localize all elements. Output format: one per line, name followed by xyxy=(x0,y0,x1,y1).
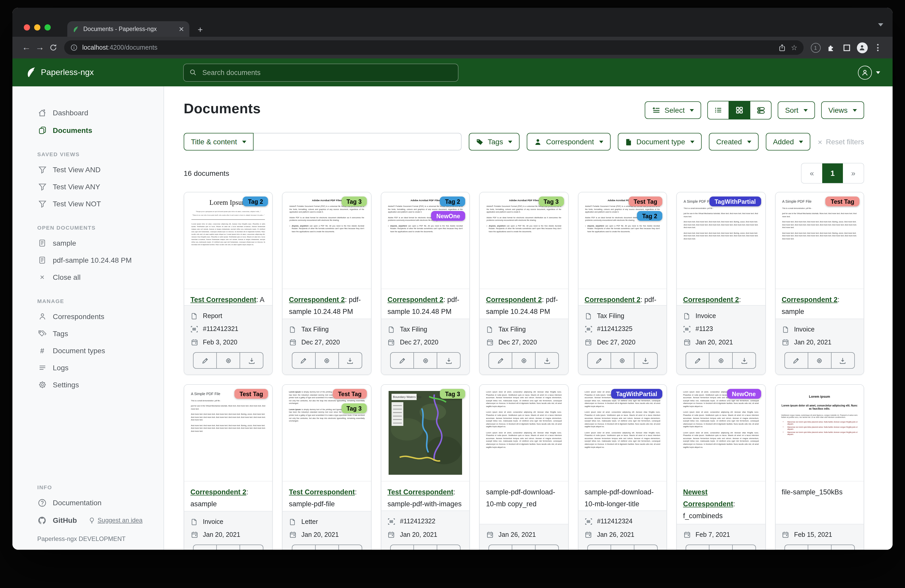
created-date-row[interactable]: Jan 20, 2021 xyxy=(387,528,464,541)
title-content-input[interactable] xyxy=(254,133,461,151)
document-thumbnail[interactable]: A Simple PDF File This is a small demons… xyxy=(775,192,864,289)
global-search[interactable] xyxy=(183,63,459,81)
document-card[interactable]: Adobe Acrobat PDF Files Adobe® Portable … xyxy=(578,192,667,375)
view-button[interactable] xyxy=(413,545,437,550)
download-button[interactable] xyxy=(831,545,854,550)
download-button[interactable] xyxy=(732,353,756,368)
view-button[interactable] xyxy=(413,353,437,368)
correspondent-link[interactable]: Correspondent 2 xyxy=(781,296,837,304)
document-type-row[interactable]: Tax Filing xyxy=(584,309,660,322)
document-thumbnail[interactable]: Adobe Acrobat PDF Files Adobe® Portable … xyxy=(480,192,568,289)
document-thumbnail[interactable]: A Simple PDF File This is a small demons… xyxy=(677,192,765,289)
extension-badge-icon[interactable]: 1 xyxy=(808,43,823,52)
document-type-row[interactable]: Tax Filing xyxy=(387,323,464,336)
next-page-button[interactable]: » xyxy=(843,163,864,183)
document-card[interactable]: Lorem ipsum dolor sit amet, consectetur … xyxy=(578,384,667,550)
title-content-dropdown[interactable]: Title & content xyxy=(184,133,254,151)
view-button[interactable] xyxy=(315,353,338,368)
download-button[interactable] xyxy=(437,545,460,550)
sidebar-item-test-view-any[interactable]: Test View ANY xyxy=(13,178,164,195)
bookmark-star-icon[interactable]: ☆ xyxy=(791,43,797,52)
edit-button[interactable] xyxy=(686,353,709,368)
created-date-row[interactable]: Dec 27, 2020 xyxy=(387,336,464,349)
tag-badge[interactable]: NewOne xyxy=(431,211,465,221)
tag-badge[interactable]: TagWithPartial xyxy=(710,197,761,206)
correspondent-link[interactable]: Correspondent 2 xyxy=(584,296,640,304)
document-thumbnail[interactable]: A Simple PDF File This is a small demons… xyxy=(184,385,272,482)
search-input[interactable] xyxy=(201,68,452,77)
suggest-an-idea-label[interactable]: Suggest an idea xyxy=(98,517,143,524)
edit-button[interactable] xyxy=(489,545,512,550)
created-date-row[interactable]: Jan 20, 2021 xyxy=(683,336,759,349)
created-date-row[interactable]: Feb 15, 2021 xyxy=(781,528,857,541)
document-card[interactable]: Adobe Acrobat PDF Files Adobe® Portable … xyxy=(282,192,372,375)
sidebar-item-documents[interactable]: Documents xyxy=(13,122,164,139)
sidebar-item-tags[interactable]: Tags xyxy=(13,325,164,342)
document-type-row[interactable]: Report xyxy=(191,309,266,322)
view-button[interactable] xyxy=(512,545,535,550)
document-card[interactable]: Adobe Acrobat PDF Files Adobe® Portable … xyxy=(381,192,470,375)
browser-menu-icon[interactable] xyxy=(870,44,885,51)
tag-badge[interactable]: Tag 2 xyxy=(637,211,662,221)
sidebar-item-test-view-not[interactable]: Test View NOT xyxy=(13,195,164,212)
suggest-an-idea-link[interactable]: Suggest an idea xyxy=(88,517,143,524)
view-button[interactable] xyxy=(709,545,732,550)
view-button[interactable] xyxy=(808,353,831,368)
prev-page-button[interactable]: « xyxy=(802,163,822,183)
grid-view-button[interactable] xyxy=(729,101,750,119)
document-thumbnail[interactable]: Lorem ipsum Lorem ipsum dolor sit amet, … xyxy=(775,385,864,482)
tags-filter-button[interactable]: Tags xyxy=(468,133,519,151)
list-view-button[interactable] xyxy=(708,101,729,119)
document-type-row[interactable]: Invoice xyxy=(683,309,759,322)
back-icon[interactable]: ← xyxy=(20,43,33,53)
correspondent-link[interactable]: Correspondent 2 xyxy=(486,296,542,304)
document-type-row[interactable]: Tax Filing xyxy=(486,323,562,336)
download-button[interactable] xyxy=(437,353,460,368)
browser-profile-avatar[interactable] xyxy=(854,42,870,53)
tag-badge[interactable]: Test Tag xyxy=(629,197,662,206)
forward-icon[interactable]: → xyxy=(33,43,46,53)
sidebar-item-test-view-and[interactable]: Test View AND xyxy=(13,161,164,178)
created-date-row[interactable]: Jan 26, 2021 xyxy=(486,528,562,541)
tag-badge[interactable]: Test Tag xyxy=(333,389,367,399)
added-filter-button[interactable]: Added xyxy=(766,133,811,151)
download-button[interactable] xyxy=(338,545,362,550)
document-card[interactable]: Boundary Waters Trip Tag 3 Test Correspo… xyxy=(381,384,470,550)
download-button[interactable] xyxy=(535,353,559,368)
created-date-row[interactable]: Jan 20, 2021 xyxy=(781,336,857,349)
tag-badge[interactable]: Tag 3 xyxy=(538,197,564,206)
edit-button[interactable] xyxy=(489,353,512,368)
view-button[interactable] xyxy=(216,353,240,368)
tag-badge[interactable]: NewOne xyxy=(727,389,761,399)
correspondent-link[interactable]: Correspondent 2 xyxy=(289,296,345,304)
correspondent-link[interactable]: Correspondent 2 xyxy=(191,488,246,496)
correspondent-link[interactable]: Test Correspondent xyxy=(289,488,355,496)
views-button[interactable]: Views xyxy=(821,101,864,119)
created-date-row[interactable]: Jan 26, 2021 xyxy=(584,528,660,541)
download-button[interactable] xyxy=(240,545,263,550)
document-type-row[interactable]: Invoice xyxy=(781,323,857,336)
sidebar-item-document-types[interactable]: # Document types xyxy=(13,342,164,359)
document-thumbnail[interactable]: Boundary Waters Trip xyxy=(381,385,470,482)
sidebar-item-settings[interactable]: Settings xyxy=(13,376,164,393)
view-button[interactable] xyxy=(808,545,831,550)
download-button[interactable] xyxy=(732,545,756,550)
edit-button[interactable] xyxy=(588,545,611,550)
tab-documents[interactable]: Documents - Paperless-ngx ✕ xyxy=(67,21,189,37)
created-date-row[interactable]: Jan 20, 2021 xyxy=(191,528,266,541)
created-date-row[interactable]: Dec 27, 2020 xyxy=(584,336,660,349)
document-thumbnail[interactable]: Lorem ipsum dolor sit amet, consectetur … xyxy=(677,385,765,482)
share-icon[interactable] xyxy=(778,44,786,51)
tag-badge[interactable]: Tag 3 xyxy=(341,403,367,413)
sidebar-item-logs[interactable]: Logs xyxy=(13,359,164,376)
document-thumbnail[interactable]: Lorem ipsum dolor sit amet, consectetur … xyxy=(578,385,667,482)
document-card[interactable]: Adobe Acrobat PDF Files Adobe® Portable … xyxy=(479,192,568,375)
tag-badge[interactable]: Test Tag xyxy=(234,389,268,399)
document-card[interactable]: Lorem ipsum dolor sit amet, consectetur … xyxy=(479,384,568,550)
download-button[interactable] xyxy=(634,545,657,550)
select-button[interactable]: Select xyxy=(645,101,702,119)
sidebar-item-close-all[interactable]: × Close all xyxy=(13,268,164,285)
correspondent-link[interactable]: Test Correspondent xyxy=(387,488,454,496)
download-button[interactable] xyxy=(535,545,559,550)
sidebar-item-documentation[interactable]: Documentation xyxy=(13,494,164,512)
